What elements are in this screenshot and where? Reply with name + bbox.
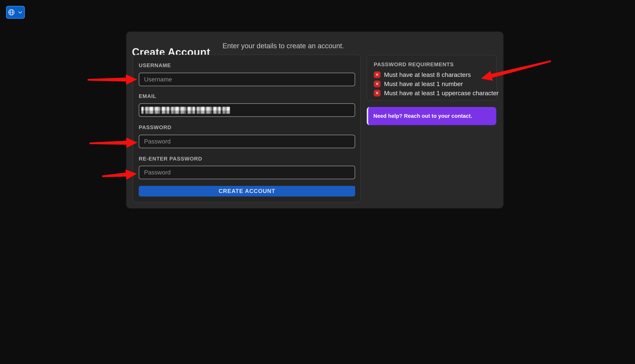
requirement-failed-x-icon: ✕ [374,90,380,96]
requirement-text: Must have at least 1 number [384,80,463,88]
password-label: PASSWORD [139,124,171,130]
language-selector-button[interactable] [6,6,25,19]
requirement-row: ✕ Must have at least 1 uppercase charact… [374,90,490,97]
requirement-row: ✕ Must have at least 1 number [374,80,490,88]
password-requirements-panel: PASSWORD REQUIREMENTS ✕ Must have at lea… [367,55,497,100]
create-account-button[interactable]: CREATE ACCOUNT [139,186,355,196]
help-banner: Need help? Reach out to your contact. [367,107,496,125]
reenter-password-label: RE-ENTER PASSWORD [139,156,202,162]
reenter-password-input[interactable] [139,166,355,179]
help-banner-text: Need help? Reach out to your contact. [373,113,472,119]
username-input[interactable] [139,73,355,86]
chevron-down-icon [17,9,23,16]
requirement-failed-x-icon: ✕ [374,80,380,87]
globe-icon [8,8,15,16]
page-subtitle: Enter your details to create an account. [223,42,344,50]
email-label: EMAIL [139,93,156,99]
create-account-card: Create Account Enter your details to cre… [126,32,503,208]
requirement-failed-x-icon: ✕ [374,71,380,78]
username-label: USERNAME [139,62,171,68]
account-form-panel: USERNAME EMAIL PASSWORD RE-ENTER PASSWOR… [133,55,361,202]
password-requirements-title: PASSWORD REQUIREMENTS [374,62,490,68]
requirement-text: Must have at least 1 uppercase character [384,90,499,97]
password-input[interactable] [139,135,355,148]
page-background: { "card": { "title": "Create Account", "… [0,0,635,364]
email-input[interactable] [139,103,355,117]
requirement-row: ✕ Must have at least 8 characters [374,71,490,78]
requirement-text: Must have at least 8 characters [384,71,471,78]
